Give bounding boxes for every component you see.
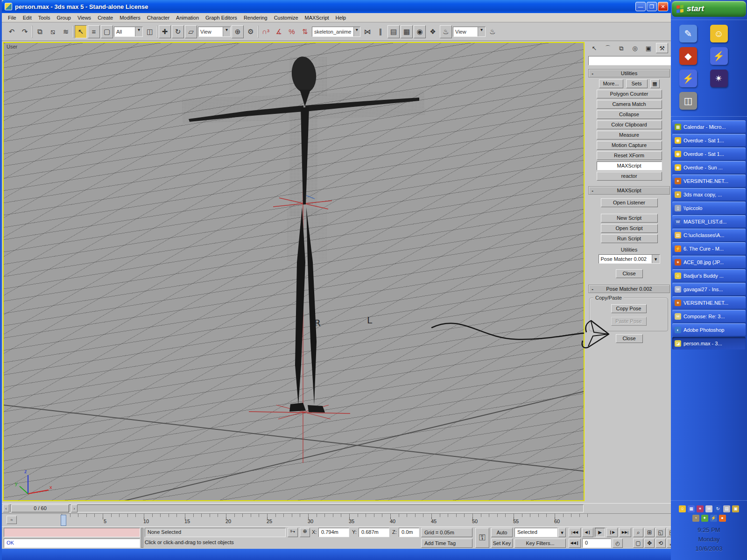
paste-pose-button[interactable]: Paste Pose <box>611 317 647 326</box>
utility-button[interactable]: reactor <box>597 172 662 181</box>
play-button[interactable]: ▶ <box>595 528 605 537</box>
previous-frame-button[interactable]: ◀❙ <box>582 528 593 537</box>
dragon-app-icon[interactable]: ◆ <box>679 47 697 65</box>
sync-tray-icon[interactable]: ↻ <box>714 505 721 512</box>
utility-button[interactable]: Color Clipboard <box>597 120 662 129</box>
menu-item[interactable]: Group <box>53 14 74 21</box>
taskbar-button[interactable]: ✶ VERSINTHE.NET... <box>672 175 746 187</box>
time-slider-thumb[interactable]: 0 / 60 <box>11 504 69 512</box>
taskbar-button[interactable]: ◐ Adobe Photoshop <box>672 323 746 336</box>
listener-splitter[interactable] <box>141 528 143 548</box>
menu-item[interactable]: Tools <box>35 14 54 21</box>
menu-item[interactable]: Animation <box>173 14 202 21</box>
create-tab[interactable]: ↖ <box>588 43 600 53</box>
configure-sets-icon[interactable]: ▦ <box>650 79 660 88</box>
collapse-rollout-icon[interactable]: - <box>589 286 596 292</box>
taskbar-button[interactable]: ✶ VERSINTHE.NET... <box>672 296 746 309</box>
select-object-icon[interactable]: ↖ <box>75 25 87 38</box>
maxscript-mini-listener-input[interactable] <box>4 528 140 537</box>
align-icon[interactable]: ∥ <box>374 25 387 38</box>
menu-item[interactable]: Views <box>74 14 94 21</box>
bind-spacewarp-icon[interactable]: ≋ <box>60 25 72 38</box>
taskbar-button[interactable]: ▦ Calendar - Micro... <box>672 120 746 133</box>
render-type-dropdown[interactable]: View <box>453 27 486 37</box>
viewport-label[interactable]: User <box>7 44 17 49</box>
viewport-user[interactable]: User <box>3 42 585 501</box>
next-frame-button[interactable]: ❙▶ <box>606 528 618 537</box>
undo-icon[interactable]: ↶ <box>6 25 18 38</box>
remote-desktop-icon[interactable]: ⚡ <box>710 47 728 65</box>
key-mode-toggle-button[interactable]: ◀◀❙ <box>569 539 581 548</box>
region-select-icon[interactable]: ▢ <box>101 25 113 38</box>
taskbar-button[interactable]: ⚡ 6. The Cure - M... <box>672 242 746 255</box>
skeleton-foot-right[interactable] <box>308 405 325 413</box>
maxscript-utility-dropdown[interactable]: Pose Matcher 0.002 <box>599 254 660 264</box>
start-button[interactable]: start <box>672 1 746 17</box>
taskbar-button[interactable]: ▯ \\piccolo <box>672 202 746 214</box>
zoom-extents-icon[interactable]: ◱ <box>655 528 666 537</box>
maxscript-rollout-header[interactable]: - MAXScript <box>588 186 670 195</box>
new-script-button[interactable]: New Script <box>601 214 658 223</box>
display-tab[interactable]: ▣ <box>642 43 655 53</box>
menu-item[interactable]: Customize <box>271 14 302 21</box>
maxscript-close-button[interactable]: Close <box>616 269 643 278</box>
y-coord-field[interactable]: 0.687m <box>359 528 389 537</box>
taskbar-button[interactable]: ◉ Overdue - Sun ... <box>672 161 746 174</box>
taskbar-button[interactable]: ◉ Overdue - Sat 1... <box>672 147 746 160</box>
modify-tab[interactable]: ⌒ <box>602 43 614 53</box>
region-zoom-icon[interactable]: ▢ <box>633 539 643 548</box>
select-by-name-icon[interactable]: ≡ <box>88 25 100 38</box>
skeleton-foot-left[interactable] <box>289 403 306 412</box>
aim-icon[interactable]: ☺ <box>710 25 728 42</box>
unlink-icon[interactable]: ⧅ <box>47 25 59 38</box>
minimize-button[interactable]: — <box>635 2 646 11</box>
time-next-arrow[interactable]: › <box>71 504 78 512</box>
time-prev-arrow[interactable]: ‹ <box>3 504 9 512</box>
named-sets-dropdown[interactable]: skeleton_aniime <box>312 27 360 37</box>
time-configuration-icon[interactable]: ◴ <box>613 539 623 548</box>
taskbar-button[interactable]: ◉ Overdue - Sat 1... <box>672 134 746 147</box>
key-filter-dropdown-arrow[interactable]: ▾ <box>558 528 566 537</box>
utility-button[interactable]: Reset XForm <box>597 151 662 160</box>
menu-item[interactable]: Modifiers <box>116 14 144 21</box>
manipulate-icon[interactable]: ⚙ <box>245 25 257 38</box>
set-keys-icon[interactable]: ⚿ <box>475 528 489 548</box>
rotate-icon[interactable]: ↻ <box>172 25 184 38</box>
taskbar-button[interactable]: ▤ C:\uci\classes\A... <box>672 229 746 241</box>
menu-item[interactable]: Edit <box>20 14 35 21</box>
close-button[interactable]: ✕ <box>658 2 668 11</box>
schematic-view-icon[interactable]: ◉ <box>414 25 426 38</box>
quick-render-icon[interactable]: ♨ <box>486 25 499 38</box>
utility-button[interactable]: MAXScript <box>597 161 662 170</box>
motion-tab[interactable]: ◎ <box>629 43 641 53</box>
utility-button[interactable]: Motion Capture <box>597 141 662 150</box>
taskbar-button[interactable]: ◪ person.max - 3... <box>672 337 746 350</box>
collapse-rollout-icon[interactable]: - <box>589 70 596 76</box>
open-mini-curve-editor-icon[interactable]: ≈ <box>7 516 17 524</box>
sets-button[interactable]: Sets <box>626 79 648 88</box>
window-crossing-icon[interactable]: ◫ <box>144 25 156 38</box>
aim-tray-icon[interactable]: ☺ <box>679 505 686 512</box>
current-frame-field[interactable]: 0 <box>582 539 611 548</box>
maxscript-mini-listener-output[interactable]: OK <box>4 539 140 548</box>
utilities-rollout-header[interactable]: - Utilities <box>588 69 670 77</box>
time-slider-track[interactable] <box>10 504 584 512</box>
toolbar-separator[interactable] <box>157 26 158 38</box>
pose-matcher-close-button[interactable]: Close <box>616 334 643 343</box>
cube-3d-icon[interactable]: ◫ <box>679 92 697 110</box>
show-desktop-icon[interactable]: ✎ <box>679 25 697 42</box>
absolute-offset-mode-icon[interactable]: ⊕ <box>300 528 310 537</box>
zoom-icon[interactable]: ⌕ <box>633 528 643 537</box>
track-bar[interactable]: ≈ 051015202530354045505560 <box>2 513 671 526</box>
pose-matcher-rollout-header[interactable]: - Pose Matcher 0.002 <box>588 285 670 293</box>
snap-3d-icon[interactable]: ∩³ <box>260 25 272 38</box>
update-tray-icon[interactable]: ✦ <box>701 515 708 522</box>
arc-rotate-icon[interactable]: ⟲ <box>655 539 666 548</box>
track-bar-frame-marker[interactable] <box>61 515 66 526</box>
set-key-button[interactable]: Set Key <box>491 539 513 548</box>
utility-button[interactable]: Polygon Counter <box>597 90 662 98</box>
mail-tray-icon[interactable]: ✉ <box>705 505 712 512</box>
taskbar-button[interactable]: ✦ 3ds max copy, ... <box>672 188 746 201</box>
space-app-icon[interactable]: ✴ <box>710 70 728 87</box>
angle-snap-icon[interactable]: ∡ <box>273 25 285 38</box>
